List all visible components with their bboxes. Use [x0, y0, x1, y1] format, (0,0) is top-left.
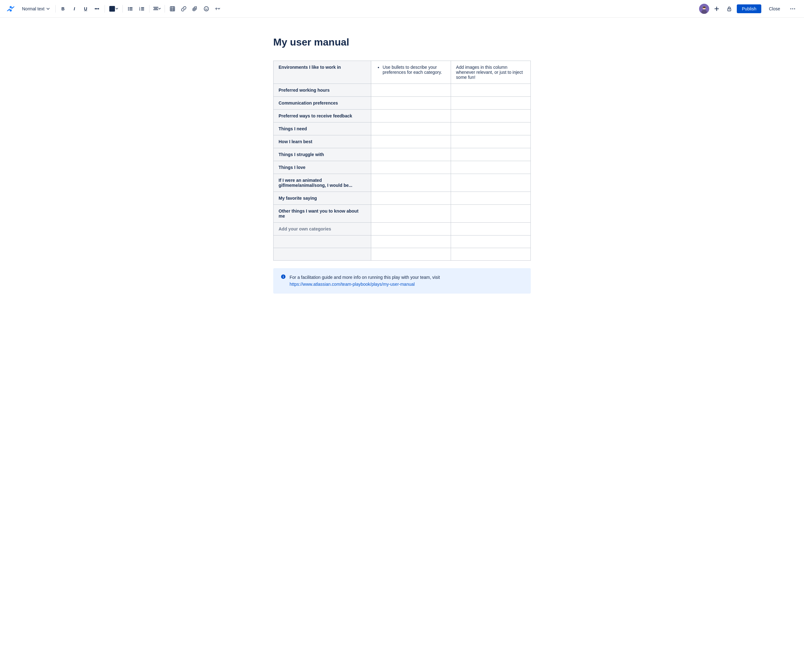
table-cell-images[interactable] [451, 174, 531, 192]
svg-point-20 [204, 7, 209, 11]
table-cell-images[interactable] [451, 205, 531, 222]
attachment-button[interactable] [190, 4, 200, 14]
avatar-image [699, 4, 709, 14]
table-row [273, 248, 531, 261]
italic-button[interactable]: I [69, 4, 80, 14]
table-button[interactable] [167, 4, 177, 14]
table-cell-images[interactable] [451, 123, 531, 135]
table-cell-bullets[interactable] [371, 174, 451, 192]
svg-point-4 [128, 10, 129, 10]
table-row: Other things I want you to know about me [273, 205, 531, 222]
table-cell-label[interactable]: How I learn best [273, 135, 371, 148]
table-cell-images[interactable] [451, 192, 531, 205]
divider-1 [55, 5, 56, 13]
table-cell-label[interactable]: Things I need [273, 123, 371, 135]
svg-rect-7 [141, 7, 144, 8]
table-cell-label[interactable]: Communication preferences [273, 97, 371, 110]
svg-rect-12 [153, 7, 158, 8]
more-formatting-button[interactable]: ••• [92, 4, 102, 14]
text-style-dropdown[interactable]: Normal text [19, 5, 53, 13]
table-cell-images[interactable]: Add images in this column whenever relev… [451, 61, 531, 84]
table-cell-bullets[interactable] [371, 123, 451, 135]
table-cell-images[interactable] [451, 235, 531, 248]
table-row: Things I love [273, 161, 531, 174]
table-cell-bullets[interactable] [371, 222, 451, 235]
table-cell-images[interactable] [451, 110, 531, 123]
svg-point-21 [205, 8, 206, 8]
svg-rect-15 [170, 7, 175, 11]
table-cell-bullets[interactable] [371, 205, 451, 222]
svg-point-30 [791, 8, 791, 9]
table-cell-images[interactable] [451, 84, 531, 97]
table-cell-label[interactable]: If I were an animated gif/meme/animal/so… [273, 174, 371, 192]
toolbar: Normal text B I U ••• 1. [0, 0, 804, 18]
table-cell-bullets[interactable] [371, 135, 451, 148]
table-cell-label[interactable]: My favorite saying [273, 192, 371, 205]
color-swatch [109, 6, 115, 11]
table-cell-bullets[interactable] [371, 148, 451, 161]
table-cell-bullets[interactable] [371, 97, 451, 110]
table-cell-bullets[interactable] [371, 235, 451, 248]
table-cell-images[interactable] [451, 161, 531, 174]
emoji-icon [204, 6, 209, 11]
svg-point-32 [794, 8, 795, 9]
color-chevron-icon [116, 8, 118, 10]
table-cell-label[interactable]: Preferred ways to receive feedback [273, 110, 371, 123]
table-cell-bullets[interactable] [371, 192, 451, 205]
svg-point-31 [793, 8, 793, 9]
link-button[interactable] [179, 4, 189, 14]
table-cell-images[interactable] [451, 148, 531, 161]
table-cell-label[interactable]: Preferred working hours [273, 84, 371, 97]
svg-rect-9 [141, 8, 144, 9]
table-cell-bullets[interactable] [371, 110, 451, 123]
table-cell-images[interactable] [451, 248, 531, 261]
confluence-logo[interactable] [6, 4, 15, 13]
align-button[interactable] [152, 4, 162, 14]
table-cell-label[interactable]: Things I love [273, 161, 371, 174]
table-cell-label[interactable] [273, 248, 371, 261]
info-link[interactable]: https://www.atlassian.com/team-playbook/… [289, 282, 415, 287]
attachment-icon [193, 6, 198, 11]
table-row: Things I need [273, 123, 531, 135]
svg-point-2 [128, 8, 129, 9]
lock-icon [727, 6, 732, 11]
table-cell-label[interactable]: Environments I like to work in [273, 61, 371, 84]
table-cell-images[interactable] [451, 97, 531, 110]
table-cell-images[interactable] [451, 222, 531, 235]
add-collaborator-button[interactable] [712, 4, 722, 14]
unordered-list-button[interactable] [125, 4, 136, 14]
svg-rect-3 [129, 8, 132, 9]
table-cell-bullets[interactable] [371, 248, 451, 261]
table-cell-label[interactable] [273, 235, 371, 248]
publish-button[interactable]: Publish [737, 4, 761, 13]
ordered-list-button[interactable]: 1. 2. 3. [137, 4, 147, 14]
table-row: Preferred working hours [273, 84, 531, 97]
table-cell-bullets[interactable]: Use bullets to describe your preferences… [371, 61, 451, 84]
emoji-button[interactable] [201, 4, 211, 14]
user-manual-table: Environments I like to work in Use bulle… [273, 60, 531, 261]
table-row: Preferred ways to receive feedback [273, 110, 531, 123]
table-row: How I learn best [273, 135, 531, 148]
divider-2 [105, 5, 105, 13]
underline-button[interactable]: U [81, 4, 91, 14]
text-color-button[interactable] [108, 5, 120, 13]
table-cell-label[interactable]: Things I struggle with [273, 148, 371, 161]
page-title[interactable]: My user manual [273, 36, 531, 48]
avatar[interactable] [699, 4, 709, 14]
svg-point-22 [207, 8, 207, 8]
lock-button[interactable] [724, 4, 734, 14]
close-button[interactable]: Close [764, 4, 785, 13]
svg-rect-13 [154, 8, 158, 9]
table-cell-bullets[interactable] [371, 161, 451, 174]
more-options-button[interactable] [788, 4, 798, 14]
unordered-list-icon [128, 7, 133, 11]
table-cell-add-categories[interactable]: Add your own categories [273, 222, 371, 235]
table-cell-label[interactable]: Other things I want you to know about me [273, 205, 371, 222]
bold-button[interactable]: B [58, 4, 68, 14]
table-cell-bullets[interactable] [371, 84, 451, 97]
svg-text:3.: 3. [139, 9, 141, 11]
table-cell-images[interactable] [451, 135, 531, 148]
align-icon [153, 7, 158, 11]
insert-button[interactable]: + [212, 4, 223, 14]
table-row: Add your own categories [273, 222, 531, 235]
